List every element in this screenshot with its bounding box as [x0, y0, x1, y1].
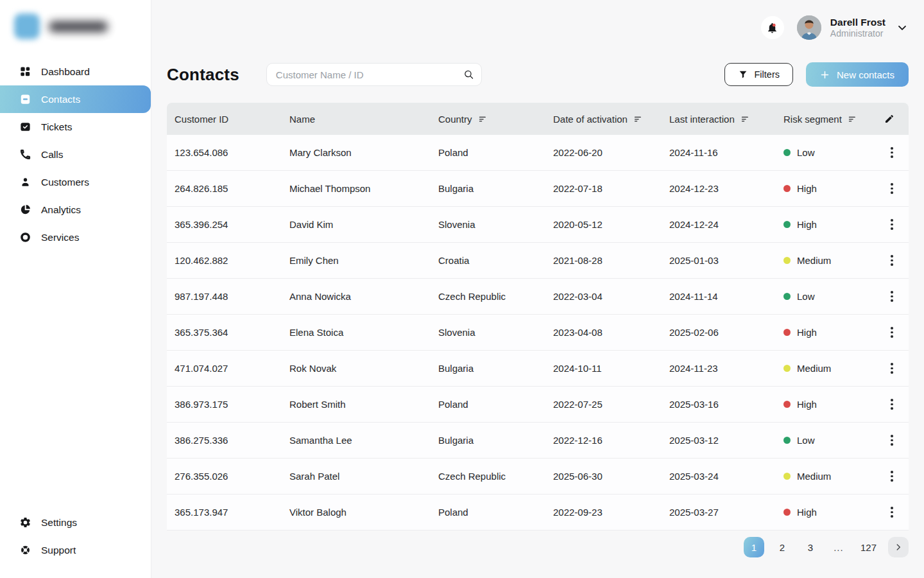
pagination-pages: 123...127 — [744, 537, 880, 557]
cell-last-interaction: 2025-03-12 — [669, 435, 783, 446]
kebab-icon — [891, 507, 893, 509]
cell-risk-segment: High — [783, 327, 883, 338]
row-menu-button[interactable] — [886, 431, 898, 450]
risk-dot — [783, 257, 791, 264]
user-avatar[interactable] — [797, 15, 821, 40]
bell-icon — [766, 22, 778, 34]
sidebar-item-analytics[interactable]: Analytics — [0, 196, 151, 223]
sort-icon[interactable] — [740, 114, 750, 124]
pencil-icon — [884, 114, 894, 124]
cell-customer-id: 987.197.448 — [175, 291, 289, 302]
plus-icon — [820, 70, 830, 80]
kebab-icon — [891, 399, 893, 401]
column-header-date-of-activation: Date of activation — [553, 114, 669, 125]
pagination-page-3[interactable]: 3 — [800, 537, 821, 557]
table-row[interactable]: 386.973.175 Robert Smith Poland 2022-07-… — [167, 387, 909, 423]
cell-activation-date: 2022-06-20 — [553, 147, 669, 158]
ticket-check-icon — [19, 121, 31, 133]
cell-last-interaction: 2024-11-16 — [669, 147, 783, 158]
cell-activation-date: 2023-04-08 — [553, 327, 669, 338]
risk-dot — [783, 329, 791, 336]
cell-risk-segment: Medium — [783, 363, 883, 374]
cell-last-interaction: 2024-12-24 — [669, 219, 783, 230]
cell-customer-id: 365.173.947 — [175, 507, 289, 518]
sidebar-item-services[interactable]: Services — [0, 223, 151, 251]
edit-columns-button[interactable] — [883, 114, 901, 124]
sidebar-item-tickets[interactable]: Tickets — [0, 113, 151, 141]
pagination-page-1[interactable]: 1 — [744, 537, 764, 557]
table-row[interactable]: 365.396.254 David Kim Slovenia 2020-05-1… — [167, 207, 909, 243]
search-input[interactable] — [266, 63, 482, 86]
sort-icon[interactable] — [478, 114, 488, 124]
cell-name: Samantha Lee — [289, 435, 438, 446]
lifebuoy-icon — [19, 544, 31, 556]
pie-chart-icon — [19, 204, 31, 216]
table-row[interactable]: 120.462.882 Emily Chen Croatia 2021-08-2… — [167, 243, 909, 279]
sort-icon[interactable] — [848, 114, 857, 124]
risk-dot — [783, 185, 791, 192]
sidebar-nav: Dashboard Contacts Tickets Calls Custome — [0, 58, 151, 251]
new-contacts-label: New contacts — [837, 69, 894, 80]
user-menu-button[interactable] — [896, 21, 909, 34]
cell-risk-segment: Low — [783, 147, 883, 158]
risk-label: High — [797, 183, 817, 194]
row-menu-button[interactable] — [886, 215, 898, 234]
app-logo-text — [49, 21, 108, 32]
cell-name: Viktor Balogh — [289, 507, 438, 518]
sidebar-item-support[interactable]: Support — [0, 536, 151, 564]
sidebar-item-calls[interactable]: Calls — [0, 141, 151, 168]
table-row[interactable]: 365.173.947 Viktor Balogh Poland 2022-09… — [167, 495, 909, 530]
sidebar-item-settings[interactable]: Settings — [0, 509, 151, 536]
table-row[interactable]: 123.654.086 Mary Clarkson Poland 2022-06… — [167, 135, 909, 171]
cell-last-interaction: 2025-03-24 — [669, 471, 783, 482]
table-row[interactable]: 471.074.027 Rok Novak Bulgaria 2024-10-1… — [167, 351, 909, 387]
column-header-name: Name — [289, 114, 438, 125]
sort-icon[interactable] — [633, 114, 643, 124]
row-menu-button[interactable] — [886, 467, 898, 486]
row-menu-button[interactable] — [886, 143, 898, 162]
pagination-next-button[interactable] — [888, 537, 909, 557]
table-row[interactable]: 276.355.026 Sarah Patel Czech Republic 2… — [167, 459, 909, 495]
notifications-button[interactable] — [761, 16, 784, 39]
row-menu-button[interactable] — [886, 323, 898, 342]
row-menu-button[interactable] — [886, 503, 898, 521]
cell-country: Croatia — [438, 255, 553, 266]
cell-customer-id: 471.074.027 — [175, 363, 289, 374]
person-icon — [19, 176, 31, 188]
sidebar-item-contacts[interactable]: Contacts — [0, 85, 151, 113]
cell-customer-id: 365.396.254 — [175, 219, 289, 230]
sidebar-footer: Settings Support — [0, 509, 151, 564]
cell-last-interaction: 2025-03-16 — [669, 399, 783, 410]
phone-icon — [19, 148, 31, 161]
cell-country: Bulgaria — [438, 435, 553, 446]
filters-button[interactable]: Filters — [724, 63, 793, 86]
column-header-customer-id: Customer ID — [175, 114, 289, 125]
row-menu-button[interactable] — [886, 395, 898, 414]
cell-name: Robert Smith — [289, 399, 438, 410]
table-row[interactable]: 987.197.448 Anna Nowicka Czech Republic … — [167, 279, 909, 315]
table-row[interactable]: 386.275.336 Samantha Lee Bulgaria 2022-1… — [167, 423, 909, 459]
sidebar-item-customers[interactable]: Customers — [0, 168, 151, 196]
row-menu-button[interactable] — [886, 251, 898, 270]
table-row[interactable]: 264.826.185 Michael Thompson Bulgaria 20… — [167, 171, 909, 207]
pagination-ellipsis: ... — [828, 537, 849, 557]
cell-country: Bulgaria — [438, 363, 553, 374]
cell-country: Poland — [438, 507, 553, 518]
row-menu-button[interactable] — [886, 359, 898, 378]
row-menu-button[interactable] — [886, 179, 898, 198]
cell-customer-id: 276.355.026 — [175, 471, 289, 482]
cell-risk-segment: Medium — [783, 471, 883, 482]
pagination-page-2[interactable]: 2 — [772, 537, 792, 557]
cell-activation-date: 2022-09-23 — [553, 507, 669, 518]
search-box — [266, 63, 482, 86]
sidebar-item-dashboard[interactable]: Dashboard — [0, 58, 151, 85]
risk-dot — [783, 509, 791, 516]
row-menu-button[interactable] — [886, 287, 898, 306]
new-contacts-button[interactable]: New contacts — [806, 62, 909, 87]
table-row[interactable]: 365.375.364 Elena Stoica Slovenia 2023-0… — [167, 315, 909, 351]
filter-funnel-icon — [738, 69, 748, 80]
pagination-page-127[interactable]: 127 — [857, 537, 880, 557]
cell-activation-date: 2022-07-18 — [553, 183, 669, 194]
kebab-icon — [891, 219, 893, 222]
cell-country: Bulgaria — [438, 183, 553, 194]
